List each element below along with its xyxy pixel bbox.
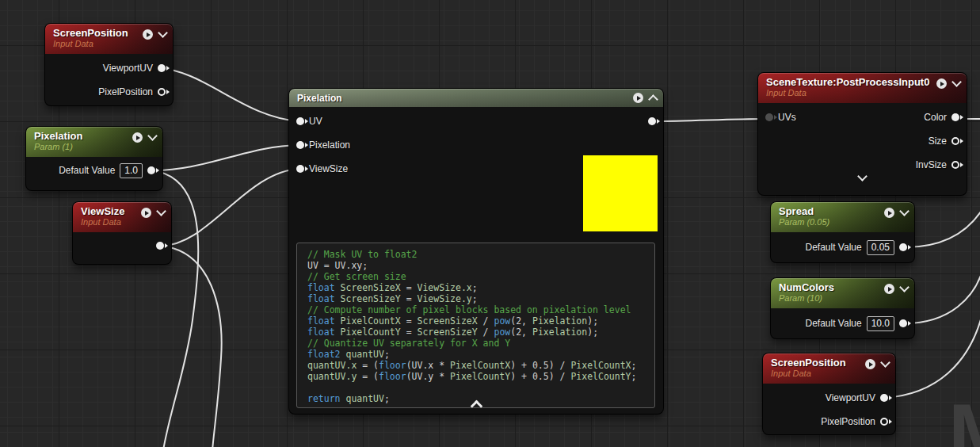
wire-viewportuv-to-uv[interactable] [158, 68, 299, 121]
chevron-down-icon[interactable] [951, 77, 962, 87]
output-pin-viewportuv[interactable] [880, 394, 888, 402]
default-value-input[interactable]: 1.0 [120, 163, 143, 178]
pin-label: UV [309, 116, 322, 127]
chevron-down-icon[interactable] [156, 206, 166, 216]
node-title: ScreenPosition [53, 27, 128, 39]
preview-toggle-icon[interactable] [936, 78, 947, 89]
pin-label: PixelPosition [98, 86, 153, 97]
node-header[interactable]: Pixelation Param (1) [26, 127, 162, 157]
input-pin-uvs[interactable] [765, 113, 773, 121]
output-pin-pixelposition[interactable] [880, 418, 888, 426]
node-screenposition-top[interactable]: ScreenPosition Input Data ViewportUV Pix… [45, 24, 173, 105]
preview-toggle-icon[interactable] [884, 208, 894, 218]
pin-label: UVs [778, 112, 796, 123]
material-graph-canvas[interactable]: ScreenPosition Input Data ViewportUV Pix… [0, 0, 980, 447]
pin-label: InvSize [916, 159, 947, 170]
node-spread-param[interactable]: Spread Param (0.05) Default Value 0.05 [771, 202, 914, 262]
default-value-input[interactable]: 10.0 [867, 316, 894, 331]
pin-label: Pixelation [309, 139, 350, 151]
preview-toggle-icon[interactable] [141, 208, 151, 218]
output-pin[interactable] [899, 243, 907, 251]
chevron-down-icon[interactable] [147, 131, 158, 141]
node-title: ScreenPosition [771, 357, 846, 369]
chevron-up-icon[interactable] [470, 400, 482, 413]
node-title: ViewSize [81, 205, 124, 217]
node-custom-pixelation[interactable]: Pixelation UV Pixelation ViewSize [289, 89, 663, 414]
preview-toggle-icon[interactable] [865, 359, 875, 369]
pin-label: Color [924, 112, 947, 123]
default-value-label: Default Value [59, 165, 115, 176]
chevron-up-icon[interactable] [648, 94, 658, 105]
output-pin[interactable] [147, 166, 155, 174]
wire-viewsize-down[interactable] [160, 246, 222, 447]
pin-label: ViewSize [309, 163, 348, 174]
output-pin-viewportuv[interactable] [158, 64, 166, 72]
preview-toggle-icon[interactable] [143, 29, 153, 40]
wire-numcolors-out[interactable] [905, 271, 980, 323]
output-pin-size[interactable] [951, 137, 959, 145]
wire-pixelationparam-to-pixelation[interactable] [152, 145, 299, 170]
output-pin-invsize[interactable] [951, 161, 959, 169]
wire-spread-out[interactable] [905, 209, 980, 247]
node-header[interactable]: Spread Param (0.05) [771, 202, 914, 232]
pin-label: PixelPosition [821, 416, 875, 427]
node-expand-control[interactable] [758, 176, 967, 180]
node-screenposition-bottom[interactable]: ScreenPosition Input Data ViewportUV Pix… [763, 353, 895, 434]
pin-label: Size [929, 136, 947, 147]
default-value-input[interactable]: 0.05 [867, 240, 894, 255]
node-title: Spread [779, 205, 829, 217]
node-subtitle: Param (1) [34, 142, 82, 151]
preview-toggle-icon[interactable] [132, 132, 143, 143]
node-pixelation-param[interactable]: Pixelation Param (1) Default Value 1.0 [26, 127, 162, 190]
node-header[interactable]: Pixelation [289, 89, 663, 107]
output-pin[interactable] [156, 242, 164, 250]
node-scenetexture[interactable]: SceneTexture:PostProcessInput0 Input Dat… [758, 73, 967, 195]
input-pin-viewsize[interactable] [296, 165, 304, 173]
node-numcolors-param[interactable]: NumColors Param (10) Default Value 10.0 [771, 278, 914, 338]
material-watermark: M [948, 392, 980, 447]
node-header[interactable]: SceneTexture:PostProcessInput0 Input Dat… [758, 73, 967, 103]
chevron-down-icon[interactable] [899, 206, 909, 216]
node-subtitle: Input Data [771, 369, 846, 378]
node-title: Pixelation [297, 93, 342, 104]
chevron-down-icon[interactable] [880, 357, 890, 368]
node-header[interactable]: NumColors Param (10) [771, 278, 914, 308]
node-header[interactable]: ScreenPosition Input Data [763, 353, 895, 384]
node-subtitle: Param (10) [779, 293, 834, 303]
output-pin-color[interactable] [951, 113, 959, 121]
chevron-down-icon[interactable] [158, 28, 168, 38]
node-subtitle: Param (0.05) [779, 217, 829, 227]
node-title: Pixelation [34, 130, 82, 142]
node-title: SceneTexture:PostProcessInput0 [766, 76, 929, 88]
preview-toggle-icon[interactable] [884, 284, 894, 294]
preview-toggle-icon[interactable] [633, 93, 643, 103]
node-header[interactable]: ScreenPosition Input Data [45, 24, 173, 54]
node-title: NumColors [779, 281, 834, 293]
pin-label: ViewportUV [826, 392, 875, 403]
input-pin-pixelation[interactable] [296, 141, 304, 149]
output-pin-pixelposition[interactable] [158, 88, 166, 96]
wire-custom-to-uvs[interactable] [654, 119, 765, 121]
hlsl-code: // Mask UV to float2UV = UV.xy;// Get sc… [296, 243, 655, 408]
chevron-down-icon[interactable] [899, 282, 909, 292]
output-pin[interactable] [899, 319, 907, 327]
preview-swatch[interactable] [583, 155, 658, 231]
node-header[interactable]: ViewSize Input Data [73, 202, 171, 232]
node-subtitle: Input Data [53, 39, 128, 48]
node-subtitle: Input Data [81, 217, 124, 227]
default-value-label: Default Value [805, 242, 861, 253]
output-pin-result[interactable] [648, 117, 656, 125]
pin-label: ViewportUV [103, 63, 153, 74]
default-value-label: Default Value [805, 318, 861, 329]
node-collapse-control[interactable] [289, 399, 663, 411]
node-subtitle: Input Data [766, 88, 929, 97]
wire-viewsize-to-viewsize[interactable] [160, 169, 299, 246]
chevron-down-icon[interactable] [857, 171, 868, 181]
input-pin-uv[interactable] [296, 117, 304, 125]
node-viewsize[interactable]: ViewSize Input Data [73, 202, 171, 264]
